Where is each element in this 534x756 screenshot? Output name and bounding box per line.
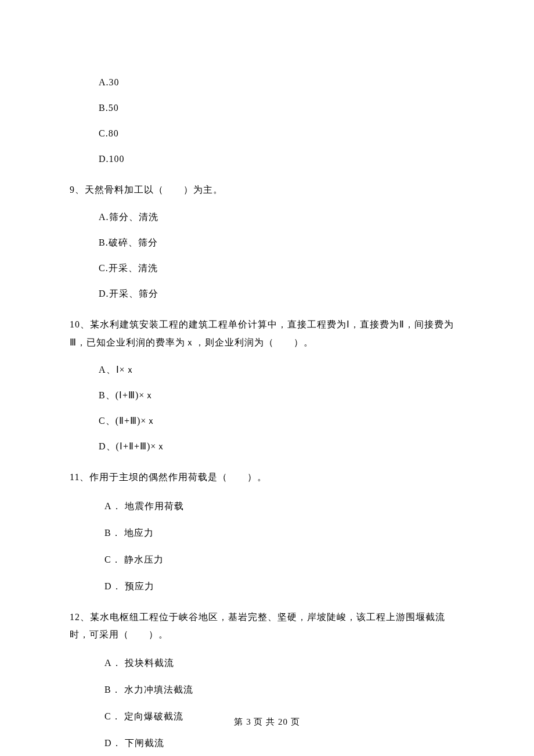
q10-option-d: D、(Ⅰ+Ⅱ+Ⅲ)×ｘ bbox=[99, 440, 464, 453]
q9-option-d: D.开采、筛分 bbox=[99, 287, 464, 301]
q11-option-a: A． 地震作用荷载 bbox=[104, 499, 464, 513]
q11-option-d: D． 预应力 bbox=[104, 579, 464, 593]
q8-option-b: B.50 bbox=[99, 101, 464, 115]
q10-option-a: A、Ⅰ×ｘ bbox=[99, 363, 464, 377]
q12-option-b: B． 水力冲填法截流 bbox=[104, 683, 464, 697]
q12-option-a: A． 投块料截流 bbox=[104, 656, 464, 670]
q9-option-c: C.开采、清洗 bbox=[99, 261, 464, 275]
q10-option-b: B、(Ⅰ+Ⅲ)×ｘ bbox=[99, 388, 464, 402]
q8-option-d: D.100 bbox=[99, 152, 464, 166]
q12-stem: 12、某水电枢纽工程位于峡谷地区，基岩完整、坚硬，岸坡陡峻，该工程上游围堰截流时… bbox=[70, 609, 464, 644]
q11-option-b: B． 地应力 bbox=[104, 526, 464, 540]
q9-stem: 9、天然骨料加工以（ ）为主。 bbox=[70, 181, 464, 199]
page-footer: 第 3 页 共 20 页 bbox=[0, 715, 534, 729]
q11-stem: 11、作用于主坝的偶然作用荷载是（ ）。 bbox=[70, 469, 464, 486]
q9-option-a: A.筛分、清洗 bbox=[99, 210, 464, 224]
q10-option-c: C、(Ⅱ+Ⅲ)×ｘ bbox=[99, 414, 464, 428]
q9-option-b: B.破碎、筛分 bbox=[99, 236, 464, 250]
q8-option-a: A.30 bbox=[99, 75, 464, 89]
q12-option-d: D． 下闸截流 bbox=[104, 736, 464, 750]
q11-option-c: C． 静水压力 bbox=[104, 553, 464, 567]
page-container: A.30 B.50 C.80 D.100 9、天然骨料加工以（ ）为主。 A.筛… bbox=[0, 0, 534, 756]
q10-stem: 10、某水利建筑安装工程的建筑工程单价计算中，直接工程费为Ⅰ，直接费为Ⅱ，间接费… bbox=[70, 316, 464, 351]
q8-option-c: C.80 bbox=[99, 127, 464, 141]
